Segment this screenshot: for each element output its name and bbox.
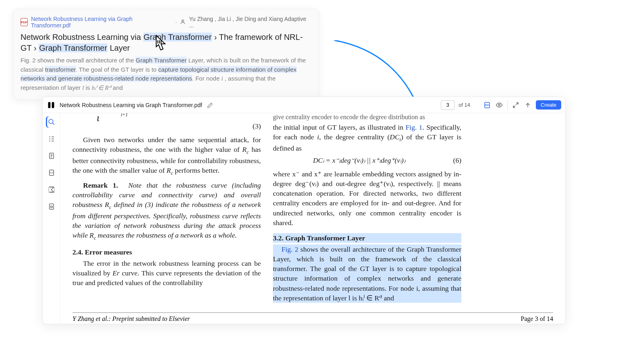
figure-link[interactable]: Fig. 1: [405, 123, 422, 131]
pdf-download-icon[interactable]: PDF: [483, 101, 491, 109]
pdf-viewer: Network Robustness Learning via Graph Tr…: [42, 97, 566, 324]
snip-text: and: [111, 84, 123, 91]
paragraph: where x⁻ and x⁺ are learnable embedding …: [273, 169, 461, 228]
viewer-sidebar: PDF: [43, 113, 60, 324]
snip-text: . For node: [192, 75, 221, 82]
upload-icon[interactable]: [524, 101, 532, 109]
path-text: Network Robustness Learning via: [21, 33, 143, 41]
eq-number: (6): [445, 155, 461, 165]
svg-point-0: [182, 20, 184, 22]
page-area[interactable]: ι i=1 (3) Given two networks under the s…: [60, 113, 565, 324]
path-sep: ›: [212, 33, 219, 41]
snip-highlight: transformer: [45, 66, 76, 73]
card-filename: Network Robustness Learning via Graph Tr…: [31, 16, 172, 29]
person-icon: [180, 19, 186, 26]
equation-3: (3): [72, 121, 261, 131]
cut-off-line: give centrality encoder to encode the de…: [273, 113, 461, 121]
expand-icon[interactable]: [512, 101, 520, 109]
svg-point-15: [50, 206, 52, 208]
paragraph: the initial input of GT layers, as illus…: [273, 122, 461, 153]
equation-6: DCᵢ = x⁻₍deg⁻(vᵢ)₎ || x⁺₍deg⁺(vᵢ)₎ (6): [273, 155, 461, 165]
snip-text: is: [84, 84, 92, 91]
paragraph: The error in the network robustness lear…: [72, 259, 261, 287]
document-icon[interactable]: [46, 150, 57, 161]
remark-paragraph: Remark 1. Note that the robustness curve…: [72, 180, 261, 241]
paper-page: ι i=1 (3) Given two networks under the s…: [72, 113, 553, 304]
eq-number: (3): [245, 121, 261, 131]
sigma-icon[interactable]: [46, 184, 57, 195]
snip-text: Fig. 2 shows the overall architecture of…: [21, 57, 136, 64]
snip-math: hᵢˡ ∈ Rᵈ: [92, 85, 111, 91]
right-column: give centrality encoder to encode the de…: [273, 113, 461, 304]
svg-point-8: [498, 104, 500, 106]
paragraph: Given two networks under the same sequen…: [72, 135, 261, 176]
footer-right: Page 3 of 14: [521, 315, 553, 323]
edit-icon[interactable]: [206, 101, 214, 109]
snip-text: . The goal of the GT layer is to: [76, 66, 158, 73]
card-breadcrumb: Network Robustness Learning via Graph Tr…: [21, 32, 311, 54]
path-sep: ›: [31, 43, 39, 52]
svg-rect-14: [49, 204, 54, 209]
page-footer: Y Zhang et al.: Preprint submitted to El…: [72, 312, 553, 323]
eye-icon[interactable]: [495, 101, 503, 109]
svg-text:PDF: PDF: [485, 104, 490, 106]
pdf-sidebar-icon[interactable]: PDF: [46, 167, 57, 178]
viewer-body: PDF ι i=1 (3): [43, 113, 565, 324]
toolbar-divider: [507, 101, 508, 110]
create-button[interactable]: Create: [536, 100, 561, 110]
section-3-2-title: 3.2. Graph Transformer Layer: [273, 233, 461, 243]
snip-highlight: Graph Transformer: [136, 57, 187, 64]
search-result-card[interactable]: PDF Network Robustness Learning via Grap…: [13, 9, 319, 100]
left-column: ι i=1 (3) Given two networks under the s…: [72, 113, 261, 304]
page-number-input[interactable]: [441, 100, 455, 110]
card-authors: Yu Zhang , Jia Li , Jie Ding and Xiang A…: [189, 16, 311, 29]
path-highlight: Graph Transformer: [143, 33, 212, 41]
viewer-filename: Network Robustness Learning via Graph Tr…: [60, 102, 202, 108]
highlighted-paragraph: Fig. 2 shows the overall architecture of…: [273, 244, 461, 303]
app-logo[interactable]: [47, 101, 56, 110]
settings-file-icon[interactable]: [46, 201, 57, 212]
outline-icon[interactable]: [46, 133, 57, 145]
svg-rect-5: [52, 102, 54, 108]
svg-point-9: [49, 119, 53, 124]
dot-separator: ·: [176, 19, 177, 25]
path-highlight: Graph Transformer: [39, 43, 107, 52]
search-icon[interactable]: [46, 116, 57, 128]
figure-link[interactable]: Fig. 2: [281, 245, 298, 253]
pdf-icon: PDF: [21, 18, 28, 26]
section-2-4-title: 2.4. Error measures: [72, 247, 261, 257]
card-snippet: Fig. 2 shows the overall architecture of…: [21, 56, 311, 92]
svg-text:PDF: PDF: [50, 172, 53, 174]
svg-rect-4: [48, 102, 51, 108]
viewer-toolbar: Network Robustness Learning via Graph Tr…: [43, 97, 565, 113]
footer-left: Y Zhang et al.: Preprint submitted to El…: [72, 315, 190, 323]
path-text: Layer: [107, 43, 130, 52]
page-total: of 14: [459, 102, 470, 108]
card-meta: PDF Network Robustness Learning via Grap…: [21, 16, 311, 29]
